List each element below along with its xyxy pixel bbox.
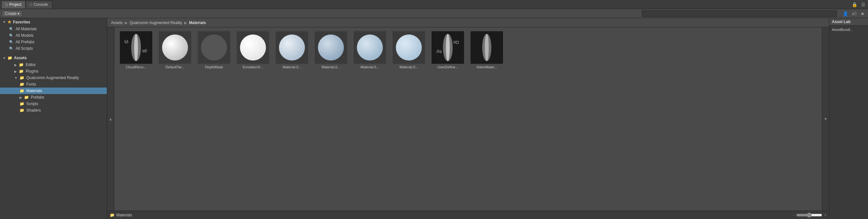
create-label: Create ▾ [5, 11, 20, 16]
slider-minus: - [793, 213, 794, 217]
asset-item-defaulttar[interactable]: DefaultTar... [157, 31, 193, 69]
asset-item-material3[interactable]: Material.0... [352, 31, 388, 69]
all-prefabs-label: All Prefabs [16, 40, 34, 44]
asset-item-material4[interactable]: Material.0... [391, 31, 427, 69]
toolbar: Create ▾ 👤 🏷 ★ [0, 9, 868, 18]
plugins-label: Plugins [26, 69, 38, 74]
asset-item-videomater[interactable]: VideoMater... [469, 31, 505, 69]
sidebar-item-all-scripts[interactable]: 🔍 All Scripts [0, 45, 107, 52]
favorites-header[interactable]: ▼ ★ Favorites [0, 18, 107, 26]
sidebar-item-all-prefabs[interactable]: 🔍 All Prefabs [0, 39, 107, 45]
asset-thumb-material1 [276, 31, 308, 64]
all-models-label: All Models [16, 33, 33, 38]
create-button[interactable]: Create ▾ [2, 10, 22, 17]
sidebar-item-all-models[interactable]: 🔍 All Models [0, 32, 107, 39]
sidebar-item-scripts[interactable]: 📁 Scripts [0, 101, 107, 107]
asset-item-userdefine[interactable]: aD pa UserDefine... [430, 31, 466, 69]
search-input[interactable] [642, 10, 837, 17]
breadcrumb-assets[interactable]: Assets [111, 21, 123, 25]
sidebar-item-fonts[interactable]: 📁 Fonts [0, 81, 107, 87]
ball-depthmask [201, 34, 227, 60]
scroll-arrow-down[interactable]: ▼ [822, 27, 829, 211]
videomater-svg [470, 31, 503, 64]
breadcrumb: Assets ▶ Qualcomm Augmented Reality ▶ Ma… [107, 18, 829, 27]
plugins-triangle: ▶ [14, 70, 17, 73]
assets-triangle: ▼ [3, 56, 6, 60]
tab-console[interactable]: □ Console [26, 1, 52, 8]
userdefine-svg: aD pa [432, 31, 464, 64]
favorites-triangle: ▼ [3, 20, 6, 24]
ball-material1 [279, 34, 305, 60]
search-icon-all-materials: 🔍 [9, 27, 13, 31]
right-panel: Asset Lab AssetBundl... [829, 18, 868, 219]
right-panel-text: AssetBundl... [832, 28, 853, 32]
zoom-slider[interactable] [796, 213, 822, 218]
favorites-label: Favorites [13, 20, 30, 24]
asset-label-material1: Material.0... [282, 65, 301, 69]
sidebar-item-shaders[interactable]: 📁 Shaders [0, 107, 107, 114]
sidebar-item-all-materials[interactable]: 🔍 All Materials [0, 26, 107, 32]
bottom-label-text: Materials [116, 213, 132, 217]
slider-plus: + [824, 213, 827, 217]
materials-label: Materials [26, 88, 42, 93]
asset-thumb-emulatorvi [237, 31, 269, 64]
assets-header[interactable]: ▼ 📁 Assets [0, 54, 107, 61]
asset-label-material3: Material.0... [361, 65, 379, 69]
sidebar: ▼ ★ Favorites 🔍 All Materials 🔍 All Mode… [0, 18, 107, 219]
lock-button[interactable]: 🔒 [850, 1, 859, 8]
breadcrumb-qualcomm[interactable]: Qualcomm Augmented Reality [130, 21, 182, 25]
search-bar: 👤 🏷 ★ [642, 10, 866, 17]
bottom-folder-icon: 📁 [110, 213, 115, 217]
tab-console-label: Console [34, 2, 48, 7]
asset-item-material1[interactable]: Material.0... [274, 31, 310, 69]
asset-thumb-userdefine: aD pa [432, 31, 464, 64]
qualcomm-label: Qualcomm Augmented Reality [26, 76, 79, 80]
editor-triangle: ▶ [14, 63, 17, 67]
asset-item-emulatorvi[interactable]: EmulatorVi... [235, 31, 271, 69]
right-panel-title: Asset Lab [832, 20, 850, 24]
assets-folder-icon: 📁 [7, 56, 12, 60]
asset-thumb-depthmask [198, 31, 230, 64]
tab-project-label: Project [9, 2, 22, 7]
cloudreco-svg: fd ap [120, 31, 152, 64]
sidebar-item-materials[interactable]: 📁 Materials [0, 87, 107, 94]
asset-label-defaulttar: DefaultTar... [165, 65, 185, 69]
prefabs-label: Prefabs [31, 95, 44, 100]
sidebar-item-prefabs[interactable]: ▶ 📁 Prefabs [0, 94, 107, 101]
prefabs-folder-icon: 📁 [24, 95, 29, 100]
sidebar-item-qualcomm[interactable]: ▼ 📁 Qualcomm Augmented Reality [0, 75, 107, 81]
search-icon-all-scripts: 🔍 [9, 47, 13, 51]
tab-bar-right: 🔒 ☰ [850, 1, 867, 8]
bottom-bar: 📁 Materials - + [107, 211, 829, 219]
all-scripts-label: All Scripts [16, 46, 33, 51]
asset-label-material2: Material.0... [321, 65, 340, 69]
asset-item-depthmask[interactable]: DepthMask [196, 31, 232, 69]
sidebar-item-editor[interactable]: ▶ 📁 Editor [0, 61, 107, 68]
tag-icon-button[interactable]: 🏷 [851, 10, 858, 17]
breadcrumb-sep1: ▶ [125, 21, 128, 25]
toolbar-icons: 👤 🏷 ★ [841, 10, 866, 17]
star-icon-button[interactable]: ★ [859, 10, 866, 17]
content-wrapper: Assets ▶ Qualcomm Augmented Reality ▶ Ma… [107, 18, 829, 219]
project-tab-icon: □ [5, 3, 8, 6]
account-icon-button[interactable]: 👤 [841, 10, 849, 17]
tab-project[interactable]: □ Project [1, 1, 26, 8]
asset-item-material2[interactable]: Material.0... [313, 31, 349, 69]
fonts-folder-icon: 📁 [20, 82, 24, 87]
scroll-arrow-up[interactable]: ▲ [107, 27, 114, 211]
asset-label-emulatorvi: EmulatorVi... [243, 65, 264, 69]
asset-label-material4: Material.0... [399, 65, 418, 69]
slider-area: - + [793, 213, 827, 218]
console-tab-icon: □ [30, 3, 32, 6]
right-panel-content: AssetBundl... [829, 26, 868, 33]
menu-button[interactable]: ☰ [860, 1, 867, 8]
asset-label-cloudreco: CloudReco... [126, 65, 147, 69]
asset-label-videomater: VideoMater... [476, 65, 497, 69]
right-panel-header: Asset Lab [829, 18, 868, 26]
sidebar-item-plugins[interactable]: ▶ 📁 Plugins [0, 68, 107, 75]
asset-item-cloudreco[interactable]: fd ap CloudReco... [118, 31, 154, 69]
fonts-label: Fonts [26, 82, 36, 87]
asset-grid: fd ap CloudReco... DefaultTar... [114, 27, 822, 211]
bottom-bar-label: 📁 Materials [110, 213, 132, 217]
shaders-label: Shaders [26, 108, 41, 113]
